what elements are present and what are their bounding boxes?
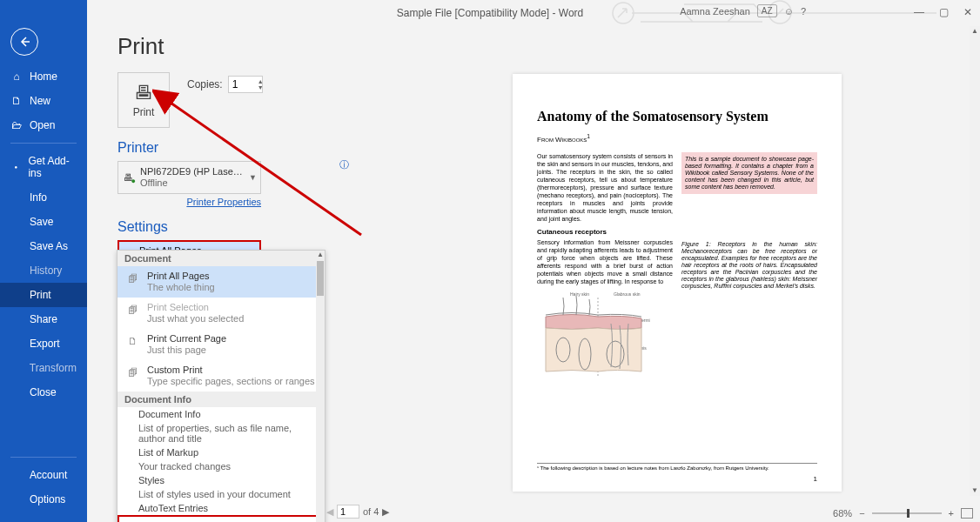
sidebar-item-options[interactable]: Options xyxy=(0,487,87,512)
page-number-input[interactable] xyxy=(337,505,359,519)
prev-page-button[interactable]: ◀ xyxy=(326,506,333,518)
sidebar-item-history: History xyxy=(0,258,87,283)
preview-scrollbar[interactable]: ▲ ▼ xyxy=(970,26,980,496)
option-print-all[interactable]: 🗐 Print All PagesThe whole thing xyxy=(117,266,325,298)
sidebar-item-new[interactable]: 🗋New xyxy=(0,89,87,113)
sidebar-item-home[interactable]: ⌂Home xyxy=(0,64,87,89)
print-heading: Print xyxy=(117,33,374,60)
doc-p1: Our somatosensory system consists of sen… xyxy=(537,152,673,223)
di-styles-desc: List of styles used in your document xyxy=(117,487,325,501)
backstage-sidebar: ⌂Home 🗋New 🗁Open ●Get Add-ins Info Save … xyxy=(0,0,87,522)
zoom-controls: 68% − + xyxy=(833,508,973,519)
option-print-markup[interactable]: ✓ Print Markup xyxy=(117,515,325,522)
option-print-selection: 🗐 Print SelectionJust what you selected xyxy=(117,298,325,329)
window-controls: — ▢ ✕ xyxy=(907,0,980,24)
decorative-lines xyxy=(597,0,945,26)
di-docinfo[interactable]: Document Info xyxy=(117,407,325,421)
fit-page-button[interactable] xyxy=(961,508,973,519)
printer-selector[interactable]: 🖶● NPI672DE9 (HP LaserJet M1... Offline … xyxy=(117,161,261,194)
pages-stack-icon: 🗐 xyxy=(124,365,140,380)
di-markup[interactable]: List of Markup xyxy=(117,445,325,459)
dropdown-scrollbar[interactable]: ▲ ▼ xyxy=(316,251,325,522)
doc-footnote: ¹ The following description is based on … xyxy=(537,463,817,471)
zoom-percent: 68% xyxy=(833,508,852,519)
scroll-thumb[interactable] xyxy=(317,261,324,296)
option-custom-print[interactable]: 🗐 Custom PrintType specific pages, secti… xyxy=(117,360,325,392)
dot-icon: ● xyxy=(10,161,21,173)
sidebar-item-print[interactable]: Print xyxy=(0,283,87,307)
di-markup-desc: Your tracked changes xyxy=(117,459,325,473)
printer-properties-link[interactable]: Printer Properties xyxy=(117,197,261,207)
open-icon: 🗁 xyxy=(10,119,23,131)
printer-heading: Printer xyxy=(117,140,374,156)
info-icon[interactable]: ⓘ xyxy=(339,158,349,171)
settings-heading: Settings xyxy=(117,219,374,235)
sidebar-item-export[interactable]: Export xyxy=(0,331,87,356)
doc-p2: Sensory information from Meissner corpus… xyxy=(537,238,673,285)
zoom-slider[interactable] xyxy=(872,512,942,514)
print-preview: Anatomy of the Somatosensory System From… xyxy=(374,26,980,496)
zoom-out-button[interactable]: − xyxy=(859,508,864,519)
di-docinfo-desc: List of properties, such as file name, a… xyxy=(117,421,325,445)
dropdown-header-docinfo: Document Info xyxy=(117,392,325,407)
printer-icon: 🖶 xyxy=(134,82,153,104)
di-autotext[interactable]: AutoText Entries xyxy=(117,501,325,515)
maximize-button[interactable]: ▢ xyxy=(931,0,956,24)
dropdown-header-document: Document xyxy=(117,251,325,266)
print-range-dropdown: ▲ ▼ Document 🗐 Print All PagesThe whole … xyxy=(117,250,326,522)
window-title: Sample File [Compatibility Mode] - Word xyxy=(397,7,584,19)
doc-title: Anatomy of the Somatosensory System xyxy=(537,109,817,124)
scroll-down-icon[interactable]: ▼ xyxy=(970,485,980,496)
doc-note: This is a sample document to showcase pa… xyxy=(681,152,817,194)
figure-caption: Figure 1: Receptors in the human skin: M… xyxy=(681,241,817,290)
new-icon: 🗋 xyxy=(10,95,23,107)
printer-status: Offline xyxy=(140,177,245,189)
sidebar-item-share[interactable]: Share xyxy=(0,307,87,331)
sidebar-item-close[interactable]: Close xyxy=(0,380,87,405)
zoom-knob[interactable] xyxy=(907,509,910,518)
preview-page: Anatomy of the Somatosensory System From… xyxy=(513,74,842,492)
pages-icon: 🗐 xyxy=(124,302,140,318)
doc-source: From Wikibooks1 xyxy=(537,133,817,144)
scroll-up-icon[interactable]: ▲ xyxy=(316,251,325,259)
printer-name: NPI672DE9 (HP LaserJet M1... xyxy=(140,166,245,177)
skin-diagram: Hairy skin Glabrous skin Epidermis Dermi… xyxy=(537,289,650,385)
sidebar-item-open[interactable]: 🗁Open xyxy=(0,113,87,137)
zoom-in-button[interactable]: + xyxy=(949,508,954,519)
next-page-button[interactable]: ▶ xyxy=(382,506,389,518)
printer-status-icon: 🖶● xyxy=(124,172,133,183)
sidebar-item-saveas[interactable]: Save As xyxy=(0,234,87,258)
sidebar-item-save[interactable]: Save xyxy=(0,210,87,234)
svg-text:Hairy skin: Hairy skin xyxy=(570,291,589,297)
back-button[interactable] xyxy=(10,28,38,56)
sidebar-item-info[interactable]: Info xyxy=(0,185,87,210)
sidebar-item-account[interactable]: Account xyxy=(0,463,87,487)
doc-page-number: 1 xyxy=(814,475,817,483)
back-arrow-icon xyxy=(18,36,30,48)
copies-label: Copies: xyxy=(187,78,223,90)
close-button[interactable]: ✕ xyxy=(956,0,980,24)
page-total: of 4 xyxy=(363,506,379,517)
scroll-up-icon[interactable]: ▲ xyxy=(970,26,980,37)
svg-text:Glabrous skin: Glabrous skin xyxy=(614,291,641,297)
copies-spinner[interactable]: ▲▼ xyxy=(258,78,264,90)
sidebar-item-transform: Transform xyxy=(0,356,87,380)
pages-icon: 🗐 xyxy=(124,271,140,286)
option-print-current[interactable]: 🗋 Print Current PageJust this page xyxy=(117,329,325,360)
page-navigator: ◀ of 4 ▶ xyxy=(326,505,389,519)
home-icon: ⌂ xyxy=(10,70,23,83)
chevron-down-icon: ▼ xyxy=(249,173,257,182)
page-icon: 🗋 xyxy=(124,333,140,349)
sidebar-item-addins[interactable]: ●Get Add-ins xyxy=(0,149,87,185)
di-styles[interactable]: Styles xyxy=(117,473,325,487)
print-button[interactable]: 🖶 Print xyxy=(117,72,170,128)
doc-subhead: Cutaneous receptors xyxy=(537,228,673,236)
minimize-button[interactable]: — xyxy=(907,0,931,24)
title-bar: Sample File [Compatibility Mode] - Word … xyxy=(0,0,980,26)
